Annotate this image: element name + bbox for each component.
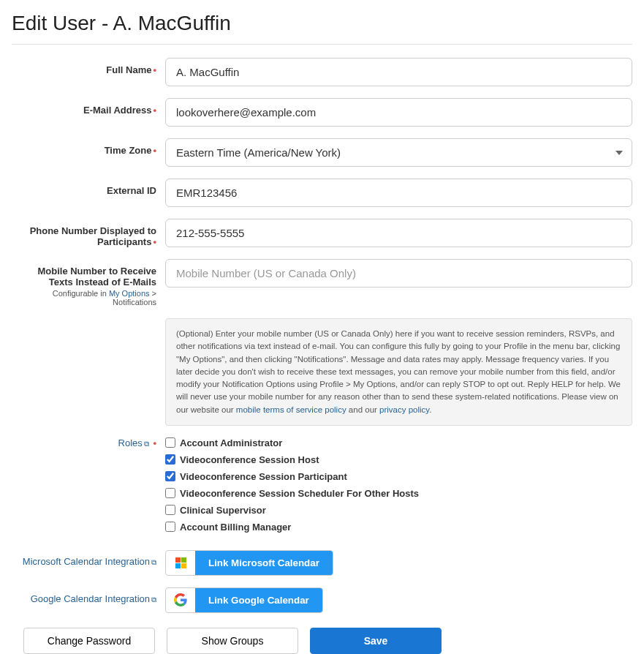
label-mobile-number: Mobile Number to Receive Texts Instead o… xyxy=(12,259,165,307)
external-id-input[interactable] xyxy=(165,178,632,207)
g-cal-link[interactable]: Google Calendar Integration⧉ xyxy=(31,593,156,604)
show-groups-button[interactable]: Show Groups xyxy=(167,628,298,654)
required-indicator: • xyxy=(153,145,156,156)
mobile-sublabel: Configurable in My Options > Notificatio… xyxy=(12,289,156,307)
row-email: E-Mail Address• xyxy=(12,98,632,127)
microsoft-icon xyxy=(166,557,195,568)
role-checkbox[interactable] xyxy=(165,522,175,532)
mobile-tos-link[interactable]: mobile terms of service policy xyxy=(236,405,346,414)
save-button[interactable]: Save xyxy=(310,628,442,654)
role-checkbox[interactable] xyxy=(165,454,175,465)
label-ms-cal: Microsoft Calendar Integration⧉ xyxy=(12,550,165,567)
label-roles: Roles⧉ • xyxy=(12,437,165,448)
help-text-2: and our xyxy=(346,405,379,414)
ms-cal-link[interactable]: Microsoft Calendar Integration⧉ xyxy=(23,556,156,567)
label-external-id: External ID xyxy=(12,178,165,196)
privacy-policy-link[interactable]: privacy policy xyxy=(379,405,429,414)
role-label: Videoconference Session Host xyxy=(180,454,319,465)
role-item[interactable]: Videoconference Session Scheduler For Ot… xyxy=(165,488,632,499)
help-text-1: (Optional) Enter your mobile number (US … xyxy=(176,329,621,414)
external-link-icon: ⧉ xyxy=(151,558,156,567)
external-link-icon: ⧉ xyxy=(151,595,156,604)
mobile-sublabel-prefix: Configurable in xyxy=(53,289,109,298)
row-full-name: Full Name• xyxy=(12,58,632,86)
required-indicator: • xyxy=(153,105,156,116)
role-item[interactable]: Clinical Supervisor xyxy=(165,505,632,516)
full-name-input[interactable] xyxy=(165,58,632,86)
role-item[interactable]: Account Billing Manager xyxy=(165,522,632,533)
label-full-name-text: Full Name xyxy=(106,64,151,75)
role-label: Account Administrator xyxy=(180,437,282,448)
label-mobile-number-text: Mobile Number to Receive Texts Instead o… xyxy=(37,266,156,287)
page-title: Edit User - A. MacGuffin xyxy=(12,12,632,45)
row-timezone: Time Zone• Eastern Time (America/New Yor… xyxy=(12,138,632,167)
role-label: Videoconference Session Participant xyxy=(180,471,347,482)
label-external-id-text: External ID xyxy=(107,185,156,196)
role-label: Clinical Supervisor xyxy=(180,505,266,516)
change-password-button[interactable]: Change Password xyxy=(23,628,155,654)
label-roles-text: Roles xyxy=(118,437,143,448)
mobile-help-text: (Optional) Enter your mobile number (US … xyxy=(165,318,632,426)
role-item[interactable]: Videoconference Session Host xyxy=(165,454,632,465)
external-link-icon: ⧉ xyxy=(144,440,149,448)
link-g-calendar-button[interactable]: Link Google Calendar xyxy=(165,587,323,613)
label-timezone-text: Time Zone xyxy=(105,145,152,156)
required-indicator: • xyxy=(153,64,156,75)
roles-list: Account AdministratorVideoconference Ses… xyxy=(165,437,632,538)
link-ms-calendar-label: Link Microsoft Calendar xyxy=(195,551,333,575)
role-item[interactable]: Videoconference Session Participant xyxy=(165,471,632,482)
row-mobile-number: Mobile Number to Receive Texts Instead o… xyxy=(12,259,632,307)
required-indicator: • xyxy=(153,437,156,448)
row-roles: Roles⧉ • Account AdministratorVideoconfe… xyxy=(12,437,632,538)
help-text-3: . xyxy=(429,405,431,414)
email-input[interactable] xyxy=(165,98,632,127)
role-checkbox[interactable] xyxy=(165,471,175,481)
roles-link[interactable]: Roles⧉ xyxy=(118,437,152,448)
label-ms-cal-text: Microsoft Calendar Integration xyxy=(23,556,150,567)
row-phone-displayed: Phone Number Displayed to Participants• xyxy=(12,219,632,247)
label-phone-displayed-text: Phone Number Displayed to Participants xyxy=(30,225,156,247)
required-indicator: • xyxy=(153,236,156,247)
label-timezone: Time Zone• xyxy=(12,138,165,156)
bottom-actions: Change Password Show Groups Save xyxy=(12,628,632,654)
google-icon xyxy=(166,593,195,606)
role-label: Videoconference Session Scheduler For Ot… xyxy=(180,488,419,499)
label-full-name: Full Name• xyxy=(12,58,165,75)
row-external-id: External ID xyxy=(12,178,632,207)
link-ms-calendar-button[interactable]: Link Microsoft Calendar xyxy=(165,550,333,576)
role-checkbox[interactable] xyxy=(165,488,175,498)
mobile-number-input[interactable] xyxy=(165,259,632,287)
label-email: E-Mail Address• xyxy=(12,98,165,116)
role-checkbox[interactable] xyxy=(165,437,175,448)
phone-displayed-input[interactable] xyxy=(165,219,632,247)
timezone-select[interactable]: Eastern Time (America/New York) xyxy=(165,138,632,167)
row-g-cal: Google Calendar Integration⧉ Link Google… xyxy=(12,587,632,613)
label-email-text: E-Mail Address xyxy=(83,105,151,116)
label-g-cal-text: Google Calendar Integration xyxy=(31,593,150,604)
role-item[interactable]: Account Administrator xyxy=(165,437,632,448)
label-g-cal: Google Calendar Integration⧉ xyxy=(12,587,165,604)
my-options-link[interactable]: My Options xyxy=(109,289,150,298)
label-phone-displayed: Phone Number Displayed to Participants• xyxy=(12,219,165,247)
row-ms-cal: Microsoft Calendar Integration⧉ Link Mic… xyxy=(12,550,632,576)
role-label: Account Billing Manager xyxy=(180,522,291,533)
role-checkbox[interactable] xyxy=(165,505,175,515)
row-help: (Optional) Enter your mobile number (US … xyxy=(12,318,632,426)
link-g-calendar-label: Link Google Calendar xyxy=(195,588,322,612)
